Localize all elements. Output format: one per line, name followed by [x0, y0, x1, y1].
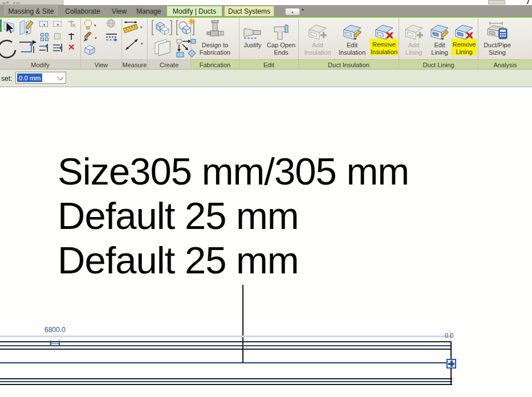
corner-arrows-icon: [18, 38, 38, 55]
text-note-size[interactable]: Size305 mm/305 mm: [58, 149, 409, 193]
diagonal-dimension-icon: [124, 38, 139, 51]
measure-button[interactable]: [123, 21, 138, 36]
duct-pipe-sizing-button[interactable]: Duct/Pipe Sizing: [478, 18, 517, 56]
panel-label-modify: Modify: [0, 59, 80, 69]
drawing-area[interactable]: Size305 mm/305 mm Default 25 mm Default …: [0, 87, 532, 397]
cut-geometry-icon[interactable]: [39, 21, 48, 27]
offset-label: set:: [1, 75, 12, 83]
panel-label-duct-insulation: Duct Insulation: [299, 59, 399, 69]
ribbon-collapse-button[interactable]: ▴: [285, 8, 300, 15]
edit-insulation-icon: [343, 23, 362, 40]
view-linework-brush-button[interactable]: [83, 32, 94, 44]
split-caret-icon[interactable]: ▾: [95, 36, 97, 40]
edit-profile-icon: [18, 19, 35, 36]
duct-pipe-sizing-icon: [486, 21, 508, 40]
justify-button[interactable]: Justify: [241, 18, 265, 49]
redo-icon: ⬐▭: [13, 1, 19, 5]
disabled-square-icon[interactable]: [54, 33, 60, 39]
edit-insulation-button[interactable]: Edit Insulation: [335, 18, 369, 56]
justify-icon: [243, 24, 262, 40]
split-caret-icon[interactable]: ▾: [141, 42, 143, 46]
create-parts-button[interactable]: [152, 38, 173, 59]
remove-lining-icon: [454, 23, 474, 40]
align-multiple-icon[interactable]: [52, 43, 65, 55]
ruler-icon: [123, 21, 138, 34]
titlebar-fragment: [488, 0, 505, 5]
chevron-down-icon[interactable]: [57, 74, 63, 80]
split-caret-icon[interactable]: ▾: [94, 23, 96, 28]
lower-duct-bottom-edge[interactable]: [0, 384, 452, 385]
panel-label-create: Create: [148, 59, 190, 69]
tab-manage[interactable]: Manage: [132, 6, 165, 17]
modify-offset-button[interactable]: [18, 38, 38, 58]
tab-view[interactable]: View: [107, 6, 131, 17]
text-note-lining[interactable]: Default 25 mm: [58, 238, 299, 282]
measure-between-refs-button[interactable]: [124, 38, 139, 54]
duct-centerline[interactable]: [0, 345, 451, 346]
offset-value[interactable]: 0.0 mm: [17, 73, 42, 82]
add-insulation-button[interactable]: Add Insulation: [300, 18, 335, 56]
modify-edit-profile-button[interactable]: [18, 19, 35, 38]
view-render-disabled-button[interactable]: [106, 19, 116, 30]
lower-duct-top-edge[interactable]: [0, 378, 452, 379]
group-cubes-icon: [151, 19, 173, 36]
lower-duct-centerline[interactable]: [0, 381, 452, 382]
collapse-arrow-icon: ▴: [291, 10, 293, 14]
duct-riser-line[interactable]: [242, 285, 243, 363]
paintbrush-icon: [83, 32, 94, 42]
tab-modify-ducts[interactable]: Modify | Ducts: [166, 6, 222, 17]
globe-gray-icon: [106, 19, 116, 28]
window-icon: ▭✕: [2, 1, 9, 5]
halftone-reference-line: [0, 335, 452, 337]
ribbon-tab-bar: Massing & Site Collaborate View Manage M…: [0, 5, 532, 17]
align-icon[interactable]: [39, 43, 50, 55]
cap-open-ends-button[interactable]: Cap Open Ends: [265, 18, 298, 56]
add-insulation-icon: [308, 23, 327, 40]
cap-open-ends-icon: [273, 22, 289, 40]
parts-panels-icon: [152, 38, 173, 56]
tab-massing-site[interactable]: Massing & Site: [5, 6, 58, 17]
add-lining-button[interactable]: Add Lining: [400, 18, 427, 56]
unpin-icon[interactable]: [67, 19, 76, 30]
duct-drag-handle[interactable]: [446, 359, 456, 369]
selected-duct-centerline[interactable]: [0, 362, 452, 363]
fabrication-part-icon: [206, 20, 224, 40]
quick-access-toolbar-fragment[interactable]: ▭✕ ⬐▭: [0, 0, 64, 5]
ribbon: ✕ ▾ ▾: [0, 18, 532, 69]
design-to-fabrication-button[interactable]: Design to Fabrication: [193, 18, 237, 56]
lightbulb-icon: [83, 19, 93, 30]
tab-collaborate[interactable]: Collaborate: [60, 6, 105, 17]
dimension-6800[interactable]: 6800.0: [44, 326, 66, 334]
panel-label-duct-lining: Duct Lining: [399, 59, 478, 69]
offset-combobox[interactable]: 0.0 mm: [15, 72, 66, 84]
panel-label-view: View: [81, 59, 121, 69]
remove-insulation-icon: [375, 23, 394, 40]
match-type-icon[interactable]: [40, 33, 48, 41]
text-note-insulation[interactable]: Default 25 mm: [58, 194, 299, 238]
dimension-bracket-line: [50, 343, 59, 345]
create-group-button[interactable]: [151, 19, 173, 38]
duct-top-edge[interactable]: [0, 341, 451, 342]
linework-lines-icon: [105, 32, 118, 43]
edit-lining-icon: [430, 23, 449, 40]
uncut-geometry-icon[interactable]: [53, 21, 62, 27]
edit-lining-button[interactable]: Edit Lining: [427, 18, 452, 56]
view-default-3d-button[interactable]: [84, 44, 96, 58]
panel-label-analysis: Analysis: [478, 59, 532, 69]
remove-insulation-button[interactable]: Remove Insulation: [369, 18, 399, 55]
dimension-0-0[interactable]: 0.0: [445, 332, 453, 339]
panel-label-measure: Measure: [122, 59, 147, 69]
panel-label-edit: Edit: [239, 59, 298, 69]
view-hidden-elements-button[interactable]: [83, 19, 93, 32]
options-bar: set: 0.0 mm: [0, 69, 532, 87]
modify-select-button[interactable]: [2, 19, 17, 38]
duct-bottom-edge[interactable]: [0, 349, 451, 350]
remove-lining-button[interactable]: Remove Lining: [451, 18, 477, 55]
delete-icon[interactable]: ✕: [68, 43, 75, 51]
revit-window: ▭✕ ⬐▭ Massing & Site Collaborate View Ma…: [0, 0, 532, 397]
view-override-lines-button[interactable]: [105, 32, 118, 45]
split-caret-icon[interactable]: ▾: [140, 25, 143, 30]
tab-duct-systems[interactable]: Duct Systems: [224, 6, 274, 17]
ribbon-state-caret-icon[interactable]: ▾: [302, 7, 304, 13]
rotate-icon: [0, 39, 17, 60]
